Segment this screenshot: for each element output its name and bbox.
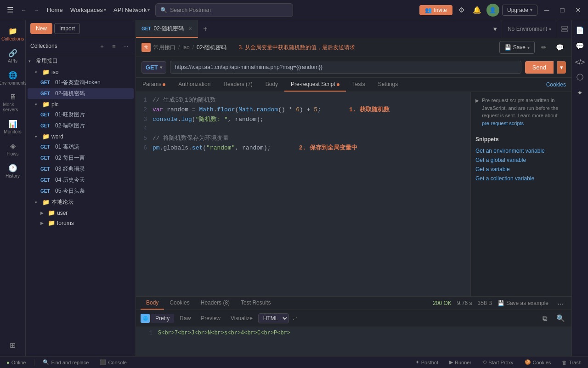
home-link[interactable]: Home	[44, 6, 66, 14]
save-button[interactable]: 💾 Save ▾	[499, 41, 535, 54]
fmt-raw[interactable]: Raw	[175, 314, 195, 323]
tab-settings[interactable]: Settings	[372, 78, 404, 92]
minimize-button[interactable]: ─	[540, 4, 553, 17]
item-word-5[interactable]: GET 05-今日头条	[28, 186, 134, 196]
notifications-button[interactable]: 🔔	[471, 4, 484, 17]
right-docs-button[interactable]: 📄	[574, 24, 587, 37]
right-comments-button[interactable]: 💬	[574, 40, 587, 52]
copy-response-button[interactable]: ⧉	[538, 312, 551, 325]
send-button[interactable]: Send	[525, 61, 554, 74]
more-button[interactable]: ···	[121, 41, 131, 51]
new-tab-button[interactable]: +	[198, 20, 213, 38]
folder-user[interactable]: ▶ 📁 user	[28, 208, 134, 218]
folder-pic[interactable]: ▾ 📁 pic	[28, 99, 134, 109]
view-toggle-button[interactable]	[557, 20, 571, 38]
send-dropdown-button[interactable]: ▾	[557, 61, 566, 74]
snippets-expand-button[interactable]: ▶	[475, 97, 479, 104]
resp-tab-body[interactable]: Body	[141, 297, 164, 310]
tab-dropdown-button[interactable]: ▾	[489, 23, 502, 35]
language-select[interactable]: HTML JSON Text	[258, 313, 289, 323]
tab-body[interactable]: Body	[259, 78, 284, 92]
item-word-4[interactable]: GET 04-历史今天	[28, 175, 134, 185]
workspaces-dropdown[interactable]: Workspaces ▾	[68, 6, 109, 14]
comment-button[interactable]: 💬	[553, 41, 566, 54]
folder-local[interactable]: ▾ 📁 本地论坛	[28, 197, 134, 207]
import-button[interactable]: Import	[54, 23, 80, 34]
item-iso-1[interactable]: GET 01-备案查询-token	[28, 77, 134, 88]
url-input[interactable]	[170, 61, 521, 74]
search-bar[interactable]: 🔍 Search Postman	[155, 3, 293, 17]
snippet-get-collection[interactable]: Get a collection variable	[475, 174, 567, 183]
right-ai-button[interactable]: ✦	[574, 86, 587, 99]
item-word-2[interactable]: GET 02-每日一言	[28, 153, 134, 163]
save-example-button[interactable]: 💾 Save as example	[498, 300, 548, 306]
folder-iso[interactable]: ▾ 📁 iso	[28, 67, 134, 77]
item-word-3[interactable]: GET 03-经典语录	[28, 164, 134, 174]
forward-button[interactable]: →	[31, 5, 42, 16]
breadcrumb-collection[interactable]: 常用接口	[153, 44, 175, 52]
tab-02-random-pw[interactable]: GET 02-随机密码 ✕	[136, 20, 198, 38]
sidebar-item-explorer[interactable]: ⊞	[1, 338, 24, 352]
resp-tab-test-results[interactable]: Test Results	[235, 297, 276, 310]
item-pic-2[interactable]: GET 02-喵咪图片	[28, 121, 134, 131]
environment-selector[interactable]: No Environment ▾	[502, 20, 557, 38]
item-word-1[interactable]: GET 01-毒鸡汤	[28, 142, 134, 152]
folder-word[interactable]: ▾ 📁 word	[28, 132, 134, 141]
online-status[interactable]: ● Online	[4, 359, 28, 366]
right-code-button[interactable]: </>	[574, 55, 587, 68]
menu-icon[interactable]: ☰	[4, 4, 17, 17]
resp-tab-headers[interactable]: Headers (8)	[195, 297, 235, 310]
tab-authorization[interactable]: Authorization	[172, 78, 217, 92]
fmt-pretty[interactable]: Pretty	[151, 314, 174, 323]
folder-forums[interactable]: ▶ 📁 forums	[28, 218, 134, 228]
start-proxy-button[interactable]: ⟲ Start Proxy	[480, 358, 516, 366]
api-network-dropdown[interactable]: API Network ▾	[111, 6, 153, 14]
breadcrumb-folder[interactable]: iso	[182, 44, 189, 51]
tab-headers[interactable]: Headers (7)	[217, 78, 259, 92]
wrap-button[interactable]: ⇌	[290, 313, 300, 323]
new-button[interactable]: New	[30, 23, 52, 34]
tab-pre-request[interactable]: Pre-request Script	[284, 78, 346, 92]
avatar[interactable]: 👤	[486, 4, 499, 17]
sidebar-item-mock-servers[interactable]: 🖥 Mock servers	[1, 90, 24, 115]
cookies-button[interactable]: 🍪 Cookies	[522, 358, 554, 366]
trash-button[interactable]: 🗑 Trash	[559, 359, 584, 366]
postbot-button[interactable]: ✦ Postbot	[413, 358, 441, 366]
fmt-visualize[interactable]: Visualize	[226, 314, 257, 323]
sidebar-item-collections[interactable]: 📁 Collections	[1, 24, 24, 44]
console-button[interactable]: ⬛ Console	[97, 358, 129, 366]
search-response-button[interactable]: 🔍	[554, 312, 567, 325]
sort-button[interactable]: ≡	[109, 41, 119, 51]
tab-tests[interactable]: Tests	[346, 78, 372, 92]
sidebar-item-environments[interactable]: 🌐 Environments	[1, 68, 24, 88]
sidebar-item-flows[interactable]: ◈ Flows	[1, 139, 24, 159]
cookies-link[interactable]: Cookies	[541, 78, 571, 91]
edit-button[interactable]: ✏	[537, 41, 550, 54]
find-replace-button[interactable]: 🔍 Find and replace	[40, 358, 91, 366]
sidebar-item-apis[interactable]: 🔗 APIs	[1, 46, 24, 66]
upgrade-button[interactable]: Upgrade ▾	[502, 5, 537, 16]
sidebar-item-history[interactable]: 🕐 History	[1, 161, 24, 181]
snippet-get-var[interactable]: Get a variable	[475, 165, 567, 174]
item-iso-2[interactable]: GET 02-随机密码	[28, 88, 134, 99]
settings-button[interactable]: ⚙	[455, 4, 468, 17]
close-button[interactable]: ✕	[571, 4, 584, 17]
snippet-get-global[interactable]: Get a global variable	[475, 155, 567, 165]
response-more-button[interactable]: ···	[554, 297, 567, 310]
add-collection-button[interactable]: +	[97, 41, 107, 51]
back-button[interactable]: ←	[18, 5, 29, 16]
fmt-preview[interactable]: Preview	[196, 314, 225, 323]
root-folder[interactable]: ▾ 常用接口	[26, 55, 136, 67]
tab-close-icon[interactable]: ✕	[188, 26, 192, 31]
item-pic-1[interactable]: GET 01-旺财图片	[28, 109, 134, 120]
code-editor[interactable]: 1 // 生成5到10的随机数 2 var random = Math.floo…	[136, 92, 470, 296]
runner-button[interactable]: ▶ Runner	[447, 358, 474, 366]
pre-request-scripts-link[interactable]: pre-request scripts	[482, 121, 524, 126]
method-select[interactable]: GET ▾	[141, 61, 166, 74]
right-info-button[interactable]: ⓘ	[574, 71, 587, 84]
tab-params[interactable]: Params	[136, 78, 172, 92]
resp-tab-cookies[interactable]: Cookies	[164, 297, 195, 310]
maximize-button[interactable]: □	[556, 4, 569, 17]
invite-button[interactable]: 👥 Invite	[419, 5, 452, 15]
snippet-get-env[interactable]: Get an environment variable	[475, 146, 567, 155]
